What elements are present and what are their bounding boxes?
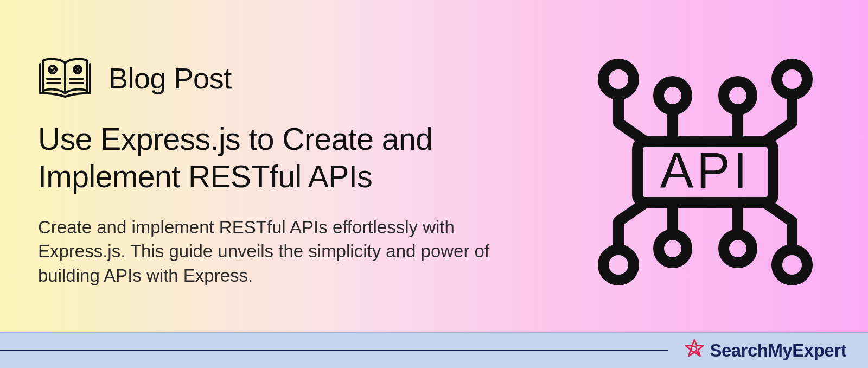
post-title: Use Express.js to Create and Implement R… [38,120,483,196]
category-row: Blog Post [38,55,548,101]
api-illustration-label: API [660,143,750,198]
api-illustration: API [580,52,830,291]
book-icon [38,55,92,101]
category-label: Blog Post [108,61,232,95]
brand-name: SearchMyExpert [710,340,846,361]
post-description: Create and implement RESTful APIs effort… [38,215,494,288]
text-column: Blog Post Use Express.js to Create and I… [38,55,548,288]
footer-divider [0,350,668,351]
blog-hero-banner: Blog Post Use Express.js to Create and I… [0,0,868,368]
star-magnifier-icon [684,339,705,363]
footer-bar: SearchMyExpert [0,332,868,368]
content-row: Blog Post Use Express.js to Create and I… [0,0,868,332]
footer-brand: SearchMyExpert [684,339,868,363]
